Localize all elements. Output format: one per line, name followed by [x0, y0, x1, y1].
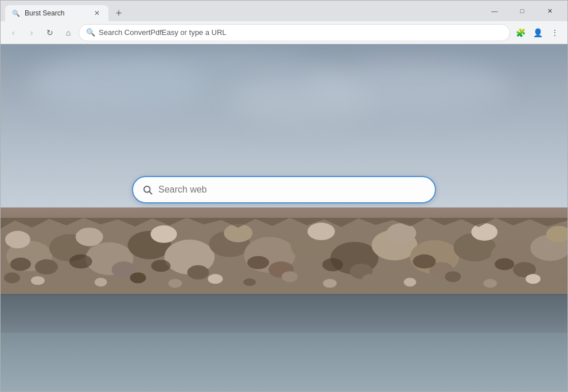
toolbar-actions: 🧩 👤 ⋮ — [512, 25, 563, 41]
maximize-button[interactable]: □ — [509, 2, 535, 19]
address-text: Search ConvertPdfEasy or type a URL — [99, 28, 503, 37]
back-button[interactable]: ‹ — [5, 25, 21, 41]
address-search-icon: 🔍 — [86, 28, 95, 37]
profile-button[interactable]: 👤 — [530, 25, 546, 41]
active-tab[interactable]: 🔍 Burst Search ✕ — [5, 5, 108, 21]
search-input[interactable] — [158, 185, 426, 195]
search-container[interactable] — [132, 176, 436, 203]
home-button[interactable]: ⌂ — [60, 25, 76, 41]
browser-window: 🔍 Burst Search ✕ + — □ ✕ ‹ › ↻ ⌂ 🔍 Searc… — [0, 0, 568, 392]
tab-strip: 🔍 Burst Search ✕ + — [5, 1, 477, 21]
tab-title: Burst Search — [25, 9, 88, 17]
minimize-button[interactable]: — — [481, 2, 508, 19]
svg-line-55 — [149, 191, 151, 194]
reload-button[interactable]: ↻ — [42, 25, 58, 41]
close-button[interactable]: ✕ — [536, 2, 563, 19]
tab-favicon: 🔍 — [12, 9, 20, 17]
address-bar[interactable]: 🔍 Search ConvertPdfEasy or type a URL — [79, 24, 510, 41]
window-controls: — □ ✕ — [481, 2, 563, 19]
search-overlay — [1, 44, 567, 391]
tab-close-button[interactable]: ✕ — [92, 9, 102, 18]
new-tab-button[interactable]: + — [111, 5, 127, 21]
menu-button[interactable]: ⋮ — [547, 25, 563, 41]
search-icon — [142, 185, 153, 195]
nav-bar: ‹ › ↻ ⌂ 🔍 Search ConvertPdfEasy or type … — [1, 21, 567, 44]
extensions-button[interactable]: 🧩 — [512, 25, 528, 41]
forward-button[interactable]: › — [24, 25, 40, 41]
title-bar: 🔍 Burst Search ✕ + — □ ✕ — [1, 1, 567, 21]
browser-content — [1, 44, 567, 391]
